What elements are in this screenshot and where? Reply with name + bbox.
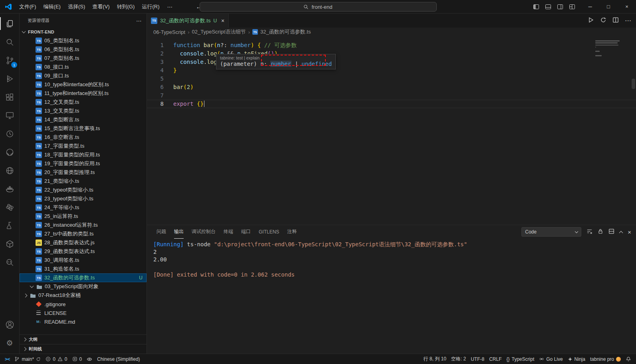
tabnine-status[interactable]: tabnine pro [588, 354, 623, 364]
toggle-panel-icon[interactable] [545, 4, 551, 10]
flask-icon[interactable] [0, 216, 19, 235]
panel-tab-item[interactable]: 调试控制台 [192, 225, 216, 239]
search-input[interactable]: front-end [200, 2, 437, 12]
tree-file[interactable]: TS26_instanceof运算符.ts [20, 221, 147, 229]
sidebar-more-actions[interactable]: ⋯ [136, 18, 142, 24]
code-editor[interactable]: 1function bar(n?: number) { // 可选参数2 con… [147, 36, 636, 225]
tree-file[interactable]: TS29_函数类型表达式.ts [20, 247, 147, 256]
close-button[interactable]: × [618, 0, 636, 13]
menu-item[interactable]: 转到(G) [113, 0, 139, 13]
explorer-icon[interactable] [0, 14, 19, 33]
globe-icon[interactable] [0, 161, 19, 180]
breadcrumb-item[interactable]: 32_函数的可选参数.ts [260, 28, 311, 36]
breadcrumb-item[interactable]: 02_TypeScript语法细节 [192, 28, 246, 36]
search-view-icon[interactable] [0, 33, 19, 51]
panel-tab-active[interactable]: 输出 [174, 225, 184, 239]
tree-folder[interactable]: 07-React18全家桶 [20, 291, 147, 300]
menu-item[interactable]: 运行(R) [138, 0, 163, 13]
run-restart-icon[interactable] [600, 17, 606, 25]
minimap[interactable] [595, 40, 630, 57]
history-icon[interactable] [0, 125, 19, 143]
remote-indicator[interactable]: >< [2, 354, 12, 364]
customize-layout-icon[interactable] [569, 4, 575, 10]
menu-item[interactable]: 选择(S) [64, 0, 89, 13]
timeline-section[interactable]: 时间线 [20, 344, 147, 354]
code-line[interactable]: 1function bar(n?: number) { // 可选参数 [147, 41, 636, 49]
code-line[interactable]: 7 [147, 91, 636, 100]
eol-sequence[interactable]: CRLF [487, 354, 504, 364]
account-icon[interactable] [0, 315, 19, 334]
output-channel-select[interactable]: Code [521, 227, 581, 237]
breadcrumb-item[interactable]: 06-TypeScript [153, 29, 185, 35]
close-tab-icon[interactable]: × [221, 18, 224, 24]
lock-scroll-icon[interactable] [598, 228, 603, 236]
panel-tab-item[interactable]: 注释 [287, 225, 297, 239]
tree-folder[interactable]: 03_TypeScript面向对象 [20, 282, 147, 291]
indentation[interactable]: 空格: 2 [449, 354, 468, 364]
remote-explorer-icon[interactable] [0, 106, 19, 125]
language-mode[interactable]: {}TypeScript [504, 354, 537, 364]
tree-file[interactable]: TS16_非空断言.ts [20, 133, 147, 142]
tree-file[interactable]: TS10_type和interface的区别.ts [20, 80, 147, 89]
toggle-secondary-sidebar-icon[interactable] [557, 4, 563, 10]
packages-icon[interactable] [0, 235, 19, 253]
tree-file[interactable]: TS19_字面量类型的应用.ts [20, 159, 147, 168]
tree-file[interactable]: TS20_字面量类型推理.ts [20, 168, 147, 177]
more-actions-icon[interactable]: ⋯ [625, 17, 631, 24]
panel-tab-item[interactable]: 终端 [224, 225, 233, 239]
cursor-position[interactable]: 行 8, 列 10 [421, 354, 448, 364]
split-panel-icon[interactable] [608, 228, 614, 236]
tree-file[interactable]: TS12_交叉类型.ts [20, 98, 147, 107]
tree-file[interactable]: JS28_函数类型表达式.js [20, 238, 147, 247]
extra-counter[interactable]: 0 [70, 354, 85, 364]
encoding[interactable]: UTF-8 [468, 354, 487, 364]
extensions-icon[interactable] [0, 88, 19, 106]
panel-tab-item[interactable]: 问题 [157, 225, 166, 239]
code-inspect-icon[interactable] [0, 253, 19, 271]
tree-file[interactable]: TS31_构造签名.ts [20, 265, 147, 273]
run-debug-icon[interactable] [0, 69, 19, 88]
split-editor-icon[interactable] [612, 17, 619, 25]
tree-file[interactable]: TS24_平等缩小.ts [20, 203, 147, 212]
tree-file[interactable]: TS17_字面量类型.ts [20, 142, 147, 150]
editor-scrollbar[interactable] [632, 79, 635, 89]
problems-status[interactable]: 0 0 [43, 354, 69, 364]
github-icon[interactable] [0, 143, 19, 161]
tabnine-hover-actions[interactable]: tabnine: test | explain [220, 55, 332, 60]
panel-tab-item[interactable]: 端口 [241, 225, 251, 239]
tree-file[interactable]: TS22_typeof类型缩小.ts [20, 186, 147, 194]
maximize-button[interactable]: □ [599, 0, 618, 13]
tree-file[interactable]: TS06_类型别名.ts [20, 45, 147, 54]
run-file-icon[interactable] [588, 17, 594, 25]
tree-file[interactable]: TS11_type和interface的区别.ts [20, 89, 147, 98]
spell-checker-language[interactable]: Chinese (Simplified) [95, 354, 142, 364]
source-control-icon[interactable]: 1 [0, 51, 19, 69]
tree-file[interactable]: TS07_类型别名.ts [20, 54, 147, 63]
code-line[interactable]: 5 [147, 75, 636, 83]
tree-file[interactable]: TS09_接口.ts [20, 71, 147, 80]
menu-overflow[interactable]: ⋯ [163, 4, 176, 10]
close-panel-icon[interactable]: × [628, 229, 631, 235]
tree-file[interactable]: TS05_类型别名.ts [20, 36, 147, 45]
git-branch-status[interactable]: main* [12, 354, 43, 364]
tree-file[interactable]: TS32_函数的可选参数.tsU [20, 273, 147, 282]
docker-icon[interactable] [0, 180, 19, 198]
tree-file[interactable]: TS23_typeof类型缩小.ts [20, 194, 147, 203]
editor-tab[interactable]: TS 32_函数的可选参数.ts U × [147, 14, 229, 28]
menu-item[interactable]: 编辑(E) [40, 0, 64, 13]
minimize-button[interactable]: ─ [581, 0, 599, 13]
tree-file[interactable]: TS14_类型断言.ts [20, 115, 147, 124]
tree-file[interactable]: TS18_字面量类型的应用.ts [20, 150, 147, 159]
menu-item[interactable]: 查看(V) [89, 0, 113, 13]
tree-file[interactable]: LICENSE [20, 309, 147, 317]
outline-section[interactable]: 大纲 [20, 334, 147, 344]
tree-file[interactable]: TS30_调用签名.ts [20, 256, 147, 265]
maximize-panel-icon[interactable] [619, 231, 623, 235]
go-live[interactable]: Go Live [537, 354, 565, 364]
clear-output-icon[interactable] [586, 228, 592, 236]
code-line[interactable]: 8export {} [147, 100, 636, 108]
code-line[interactable]: 6bar(2) [147, 83, 636, 91]
workspace-section-header[interactable]: FRONT-END [20, 28, 147, 36]
gitlens-eye[interactable] [84, 354, 95, 364]
panel-tab-item[interactable]: GITLENS [259, 225, 279, 239]
